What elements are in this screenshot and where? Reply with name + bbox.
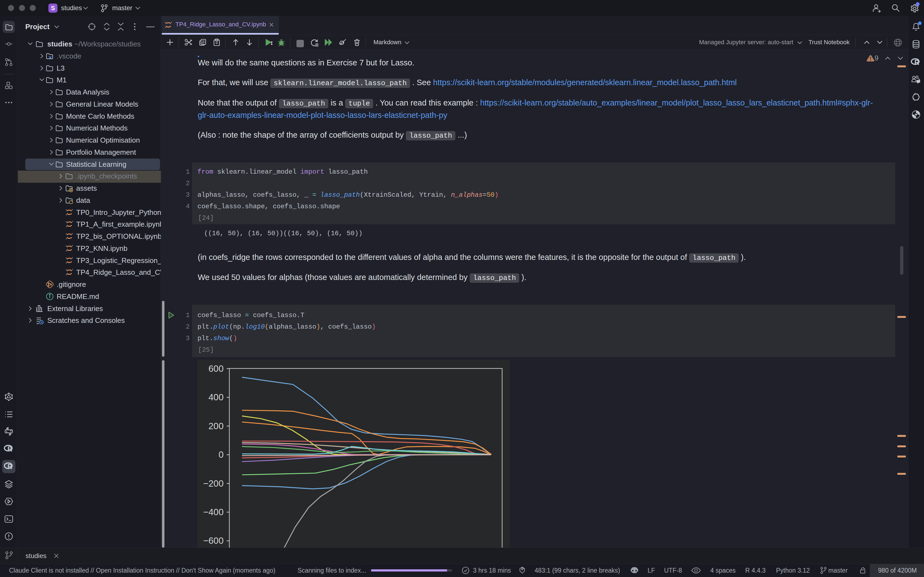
svg-text:R: R bbox=[914, 58, 919, 66]
svg-text:600: 600 bbox=[208, 364, 224, 374]
svg-text:−200: −200 bbox=[203, 479, 224, 488]
svg-text:R: R bbox=[7, 445, 12, 453]
svg-text:400: 400 bbox=[208, 392, 224, 402]
svg-text:0: 0 bbox=[219, 450, 224, 460]
svg-text:200: 200 bbox=[208, 421, 224, 431]
svg-text:−400: −400 bbox=[203, 507, 224, 517]
svg-text:−600: −600 bbox=[203, 535, 224, 546]
svg-text:R: R bbox=[7, 463, 12, 471]
